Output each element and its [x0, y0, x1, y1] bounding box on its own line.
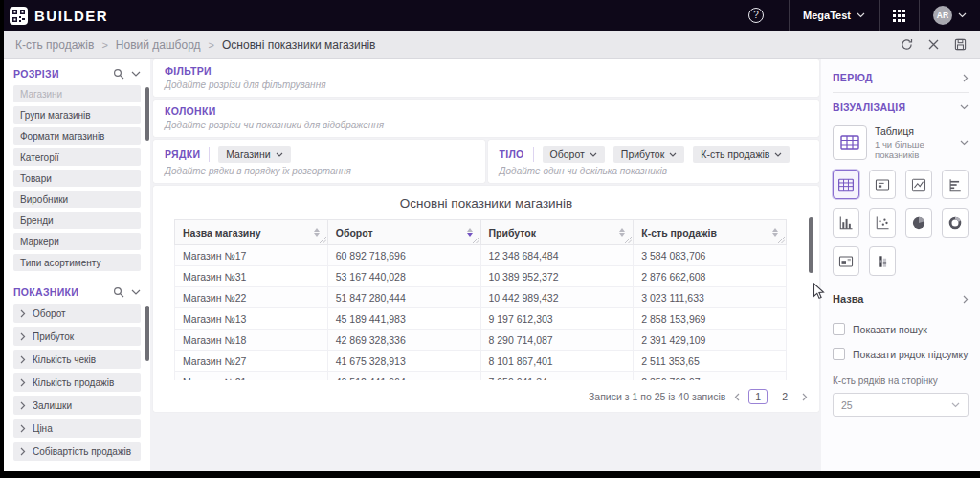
metric-item[interactable]: Собівартість продажів — [13, 442, 141, 461]
viz-type-stacked-bar-icon[interactable] — [869, 246, 896, 276]
column-label: Прибуток — [489, 227, 536, 239]
chip-label: К-сть продажів — [701, 148, 769, 160]
user-menu[interactable]: AR — [919, 0, 980, 31]
viz-type-pie-icon[interactable] — [905, 208, 932, 238]
app-header: BUILDER ? MegaTest AR — [0, 0, 980, 31]
search-icon[interactable] — [113, 286, 124, 298]
cell: Магазин №22 — [175, 287, 328, 308]
sort-icon-active[interactable] — [467, 228, 473, 237]
columns-zone[interactable]: КОЛОНКИ Додайте розрізи чи показники для… — [153, 100, 819, 137]
column-label: Назва магазину — [183, 227, 261, 239]
sort-icon[interactable] — [772, 228, 778, 237]
chevron-down-icon[interactable] — [131, 71, 141, 77]
body-chip-oborot[interactable]: Оборот — [543, 146, 605, 163]
resize-handle[interactable] — [778, 237, 785, 243]
visualization-section-toggle[interactable]: ВІЗУАЛІЗАЦІЯ — [833, 93, 969, 122]
viz-type-bar-horizontal-icon[interactable] — [942, 170, 969, 199]
resize-handle[interactable] — [320, 237, 326, 243]
breadcrumb-item[interactable]: Новий дашборд — [116, 38, 201, 52]
resize-handle[interactable] — [473, 237, 479, 243]
next-page-icon[interactable] — [802, 393, 808, 401]
column-header-name[interactable]: Назва магазину — [175, 220, 328, 245]
viz-type-scatter-icon[interactable] — [869, 208, 896, 238]
dimensions-scrollbar[interactable] — [145, 87, 149, 141]
metric-label: Оборот — [33, 308, 66, 319]
dimension-item[interactable]: Категорії — [13, 148, 141, 166]
metrics-scrollbar[interactable] — [145, 306, 149, 361]
metric-label: Залишки — [33, 400, 72, 411]
breadcrumb: К-сть продажів > Новий дашборд > Основні… — [15, 38, 375, 52]
data-table: Назва магазину Оборот Прибуток К-сть про… — [174, 219, 787, 380]
dimension-item[interactable]: Маркери — [13, 233, 141, 250]
sort-icon[interactable] — [619, 228, 625, 237]
app-logo[interactable]: BUILDER — [0, 7, 108, 25]
breadcrumb-item[interactable]: К-сть продажів — [15, 38, 94, 52]
table-scroll-area[interactable]: Назва магазину Оборот Прибуток К-сть про… — [174, 219, 787, 380]
viz-type-combo-card-icon[interactable] — [833, 246, 859, 276]
cell: 60 892 718,696 — [327, 245, 480, 266]
column-header-ksp[interactable]: К-сть продажів — [634, 220, 787, 245]
show-search-checkbox[interactable] — [833, 323, 845, 335]
sort-icon[interactable] — [314, 228, 320, 237]
close-icon[interactable] — [928, 39, 939, 50]
resize-handle[interactable] — [625, 237, 632, 243]
refresh-icon[interactable] — [901, 38, 913, 51]
body-zone[interactable]: ТІЛО Оборот Прибуток К-сть продажів Дода… — [488, 140, 820, 183]
dimension-item[interactable]: Типи асортименту — [13, 254, 141, 271]
help-icon[interactable]: ? — [748, 8, 764, 23]
viz-type-bar-vertical-icon[interactable] — [833, 208, 859, 238]
metric-item[interactable]: Прибуток — [13, 327, 141, 346]
workspace-switcher[interactable]: MegaTest — [789, 0, 879, 31]
search-icon[interactable] — [113, 68, 124, 80]
table-row: Магазин №2251 847 280,44410 442 989,4323… — [175, 287, 787, 308]
filters-zone[interactable]: ФІЛЬТРИ Додайте розрізи для фільтрування — [153, 59, 819, 97]
viz-type-donut-icon[interactable] — [942, 208, 969, 238]
save-icon[interactable] — [954, 38, 967, 51]
show-total-checkbox[interactable] — [833, 348, 845, 360]
viz-type-line-chart-icon[interactable] — [905, 170, 932, 199]
metric-item[interactable]: Оборот — [13, 304, 141, 323]
metric-item[interactable]: Кількість чеків — [13, 350, 141, 369]
cell: 9 197 612,303 — [480, 308, 634, 330]
body-chip-prybutok[interactable]: Прибуток — [613, 146, 684, 163]
dimension-item[interactable]: Товари — [13, 170, 141, 187]
cell: 51 847 280,444 — [327, 287, 480, 308]
viz-type-table-icon[interactable] — [833, 170, 859, 199]
cell: 2 876 662,608 — [634, 266, 787, 287]
metric-item[interactable]: Залишки — [13, 396, 141, 415]
dimension-item[interactable]: Виробники — [13, 191, 141, 208]
metric-label: Кількість продажів — [33, 377, 114, 388]
body-chip-ksp[interactable]: К-сть продажів — [693, 146, 790, 163]
page-button-2[interactable]: 2 — [776, 390, 793, 403]
rows-per-page-select[interactable]: 25 — [833, 393, 969, 417]
show-total-option[interactable]: Показати рядок підсумку — [833, 348, 969, 360]
metric-item[interactable]: Ціна — [13, 419, 141, 438]
chevron-right-icon — [963, 74, 969, 82]
table-widget: Основні показники магазинів Назва магази… — [153, 186, 819, 412]
show-search-option[interactable]: Показати пошук — [833, 323, 969, 335]
rows-chip-mahazyny[interactable]: Магазини — [218, 146, 290, 163]
rows-per-page-value: 25 — [841, 399, 853, 411]
page-button-1[interactable]: 1 — [748, 389, 768, 404]
name-section-toggle[interactable]: Назва — [833, 287, 969, 310]
rows-zone[interactable]: РЯДКИ Магазини Додайте рядки в порядку ї… — [153, 140, 485, 183]
dimensions-list: Магазини Групи магазинів Формати магазин… — [4, 85, 150, 271]
metric-label: Ціна — [33, 423, 53, 434]
dimension-item[interactable]: Формати магазинів — [13, 127, 141, 145]
settings-sidebar: ПЕРІОД ВІЗУАЛІЗАЦІЯ Таблиця 1 чи більше … — [821, 59, 980, 471]
visualization-selector[interactable]: Таблиця 1 чи більше показників — [833, 125, 969, 160]
chevron-down-icon[interactable] — [131, 289, 141, 295]
metric-label: Прибуток — [33, 331, 74, 342]
selected-viz-description: 1 чи більше показників — [875, 139, 952, 160]
column-header-prybutok[interactable]: Прибуток — [480, 220, 634, 245]
apps-menu-button[interactable] — [879, 0, 919, 31]
dimension-item[interactable]: Групи магазинів — [13, 106, 141, 124]
show-search-label: Показати пошук — [853, 324, 927, 335]
period-section-toggle[interactable]: ПЕРІОД — [833, 63, 969, 92]
table-scrollbar[interactable] — [809, 217, 813, 273]
prev-page-icon[interactable] — [734, 393, 740, 401]
dimension-item[interactable]: Бренди — [13, 212, 141, 229]
column-header-oborot[interactable]: Оборот — [327, 220, 480, 245]
metric-item[interactable]: Кількість продажів — [13, 373, 141, 392]
viz-type-kpi-card-icon[interactable] — [869, 170, 896, 199]
